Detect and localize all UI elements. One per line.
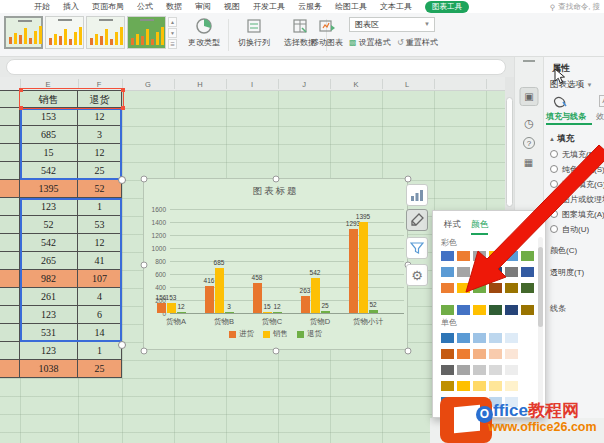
bar-销售[interactable] bbox=[359, 222, 368, 313]
line-section-label[interactable]: 线条 bbox=[550, 303, 566, 314]
color-swatch[interactable] bbox=[505, 333, 518, 343]
color-swatch[interactable] bbox=[489, 365, 502, 375]
color-swatch[interactable] bbox=[457, 267, 470, 277]
ribbon-tab-2[interactable]: 页面布局 bbox=[92, 1, 124, 12]
ribbon-tab-6[interactable]: 视图 bbox=[224, 1, 240, 12]
ribbon-tab-1[interactable]: 插入 bbox=[63, 1, 79, 12]
history-clock-icon[interactable]: ◷ bbox=[524, 117, 534, 130]
popup-tab-style[interactable]: 样式 bbox=[444, 219, 461, 231]
colorful-palette-row-2[interactable] bbox=[441, 283, 534, 293]
column-header-E[interactable]: E bbox=[45, 80, 50, 89]
radio-4[interactable] bbox=[550, 210, 558, 218]
set-format-button[interactable]: ▩ 设置格式 bbox=[349, 37, 391, 48]
gallery-scroll-down[interactable]: ▼ bbox=[168, 28, 177, 38]
column-headers[interactable]: EFGHIJKL bbox=[0, 77, 505, 91]
color-swatch[interactable] bbox=[473, 305, 486, 315]
chart-settings-button[interactable]: ⚙ bbox=[406, 264, 428, 286]
color-swatch[interactable] bbox=[505, 283, 518, 293]
bar-进货[interactable] bbox=[205, 286, 214, 313]
column-header-G[interactable]: G bbox=[145, 80, 151, 89]
bar-进货[interactable] bbox=[157, 303, 166, 313]
bar-退货[interactable] bbox=[369, 310, 378, 313]
ribbon-tab-5[interactable]: 审阅 bbox=[195, 1, 211, 12]
radio-2[interactable] bbox=[550, 180, 558, 188]
radio-1[interactable] bbox=[550, 165, 558, 173]
bar-进货[interactable] bbox=[301, 296, 310, 313]
color-swatch[interactable] bbox=[457, 333, 470, 343]
collapse-dash-icon[interactable] bbox=[523, 60, 535, 62]
chart-filter-button[interactable] bbox=[406, 237, 428, 259]
chart-style-thumb-0[interactable] bbox=[4, 16, 43, 49]
legend-item[interactable]: 销售 bbox=[263, 329, 288, 339]
color-swatch[interactable] bbox=[441, 349, 454, 359]
fill-option-label[interactable]: 渐变填充(G) bbox=[562, 179, 604, 190]
gallery-scroll-up[interactable]: ▲ bbox=[168, 17, 177, 27]
chart-selection-handle[interactable] bbox=[141, 262, 148, 269]
move-chart-button[interactable]: 移动图表 bbox=[306, 17, 348, 48]
radio-3[interactable] bbox=[550, 195, 558, 203]
bar-退货[interactable] bbox=[225, 312, 234, 313]
color-swatch[interactable] bbox=[489, 267, 502, 277]
column-header-J[interactable]: J bbox=[302, 80, 306, 89]
color-swatch[interactable] bbox=[441, 333, 454, 343]
legend-item[interactable]: 退货 bbox=[297, 329, 322, 339]
formula-bar-input[interactable] bbox=[6, 59, 506, 75]
bar-退货[interactable] bbox=[321, 311, 330, 313]
fill-option-label[interactable]: 图案填充(A) bbox=[562, 209, 604, 220]
chart-selection-handle[interactable] bbox=[405, 176, 412, 183]
apps-grid-icon[interactable]: ▦ bbox=[524, 157, 534, 168]
color-swatch[interactable] bbox=[457, 305, 470, 315]
column-header-L[interactable]: L bbox=[405, 80, 409, 89]
tab-fill-and-line[interactable]: 填充与线条 bbox=[546, 111, 586, 122]
ribbon-tab-10[interactable]: 文本工具 bbox=[380, 1, 412, 12]
color-swatch[interactable] bbox=[473, 251, 486, 261]
column-header-K[interactable]: K bbox=[353, 80, 358, 89]
color-swatch[interactable] bbox=[521, 251, 534, 261]
color-swatch[interactable] bbox=[441, 365, 454, 375]
gallery-more-button[interactable]: ☰ bbox=[168, 39, 177, 49]
colorful-palette-row-1[interactable] bbox=[441, 267, 534, 277]
radio-5[interactable] bbox=[550, 225, 558, 233]
color-swatch[interactable] bbox=[505, 349, 518, 359]
bar-销售[interactable] bbox=[263, 312, 272, 313]
column-header-I[interactable]: I bbox=[251, 80, 253, 89]
color-swatch[interactable] bbox=[521, 305, 534, 315]
ribbon-tab-3[interactable]: 公式 bbox=[137, 1, 153, 12]
switch-row-col-button[interactable]: 切换行列 bbox=[232, 17, 276, 48]
color-swatch[interactable] bbox=[489, 283, 502, 293]
reset-style-button[interactable]: ↺ 重置样式 bbox=[397, 37, 438, 48]
popup-tab-color[interactable]: 颜色 bbox=[471, 219, 488, 235]
chart-legend[interactable]: 进货销售退货 bbox=[144, 329, 407, 339]
chart-title[interactable]: 图表标题 bbox=[144, 185, 407, 198]
chart-style-thumb-1[interactable] bbox=[45, 16, 84, 49]
color-swatch[interactable] bbox=[457, 365, 470, 375]
bar-退货[interactable] bbox=[177, 312, 186, 313]
mono-palette-row-2[interactable] bbox=[441, 365, 518, 375]
scrollbar-thumb[interactable] bbox=[506, 97, 513, 207]
color-swatch[interactable] bbox=[441, 283, 454, 293]
color-label[interactable]: 颜色(C) bbox=[550, 245, 577, 256]
bar-进货[interactable] bbox=[349, 229, 358, 313]
chart-selection-handle[interactable] bbox=[405, 348, 412, 355]
fill-option-label[interactable]: 纯色填充(S) bbox=[562, 164, 604, 175]
chart-selection-handle[interactable] bbox=[141, 348, 148, 355]
color-swatch[interactable] bbox=[473, 365, 486, 375]
ribbon-tab-7[interactable]: 开发工具 bbox=[253, 1, 285, 12]
color-swatch[interactable] bbox=[441, 251, 454, 261]
color-swatch[interactable] bbox=[457, 349, 470, 359]
chart-style-thumb-2[interactable] bbox=[86, 16, 125, 49]
color-swatch[interactable] bbox=[441, 267, 454, 277]
color-swatch[interactable] bbox=[457, 283, 470, 293]
color-swatch[interactable] bbox=[521, 267, 534, 277]
radio-0[interactable] bbox=[550, 150, 558, 158]
color-swatch[interactable] bbox=[505, 251, 518, 261]
chart-selection-handle[interactable] bbox=[273, 348, 280, 355]
embedded-chart[interactable]: 图表标题 02004006008001000120014001600货物A156… bbox=[143, 178, 408, 350]
color-swatch[interactable] bbox=[489, 333, 502, 343]
color-swatch[interactable] bbox=[489, 349, 502, 359]
tab-chart-tools[interactable]: 图表工具 bbox=[425, 1, 469, 13]
legend-item[interactable]: 进货 bbox=[229, 329, 254, 339]
color-swatch[interactable] bbox=[521, 283, 534, 293]
mono-palette-row-0[interactable] bbox=[441, 333, 518, 343]
tab-effect[interactable]: 效果 bbox=[596, 111, 604, 122]
